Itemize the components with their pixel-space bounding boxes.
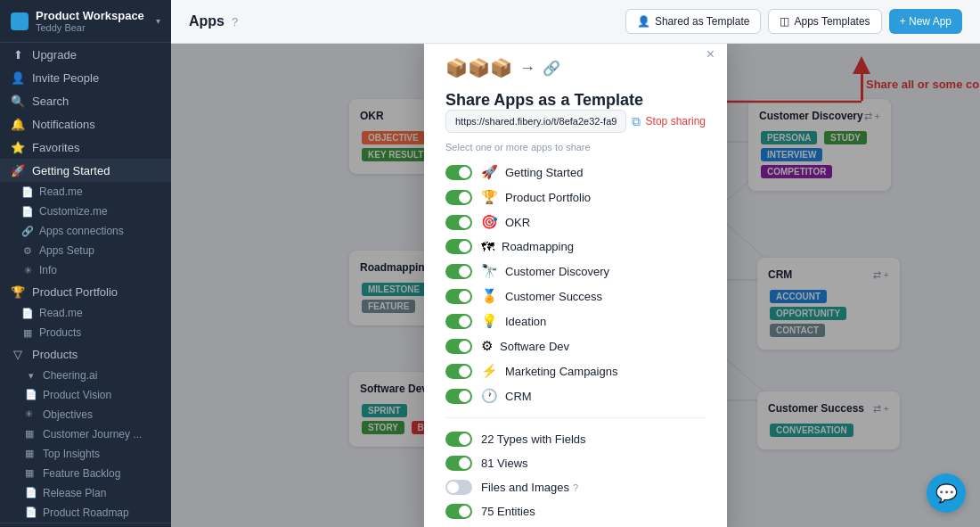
toggle-product-portfolio[interactable] (445, 190, 472, 205)
app-item-roadmapping: 🗺 Roadmapping (445, 235, 706, 259)
toggle-entities[interactable] (445, 504, 472, 519)
modal-header: 📦📦📦 → 🔗 (445, 57, 706, 78)
sidebar-sub-item-label: Apps Setup (39, 244, 94, 257)
customer-success-app-name: Customer Success (505, 290, 602, 303)
canvas: OKR ⇄ + OBJECTIVE KEY RESULT Roadmapping… (171, 44, 980, 527)
upgrade-icon: ⬆ (11, 47, 25, 62)
product-vision-icon: 📄 (25, 389, 37, 401)
new-app-label: + New App (900, 15, 951, 28)
products-tree-icon: ▽ (11, 347, 25, 361)
sidebar-item-products-tree[interactable]: ▽ Products (0, 342, 171, 366)
toggle-crm[interactable] (445, 389, 472, 404)
sidebar-sub-item-label: Products (39, 326, 81, 339)
modal-title: Share Apps as a Template (445, 91, 706, 110)
sidebar-item-top-insights[interactable]: ▦ Top Insights (0, 444, 171, 464)
sidebar-item-readme[interactable]: 📄 Read.me (0, 182, 171, 202)
top-insights-icon: ▦ (25, 448, 37, 460)
product-portfolio-icon: 🏆 (11, 284, 25, 299)
app-item-software-dev: ⚙ Software Dev (445, 333, 706, 358)
chat-bubble[interactable]: 💬 (927, 473, 966, 513)
okr-app-name: OKR (505, 216, 530, 229)
sidebar-tree-label: Top Insights (43, 448, 100, 460)
sidebar-item-label: Product Portfolio (32, 285, 160, 299)
sidebar-item-search[interactable]: 🔍 Search (0, 89, 171, 112)
views-label: 81 Views (481, 457, 528, 470)
sidebar-item-info[interactable]: ✳ Info (0, 260, 171, 280)
invite-icon: 👤 (11, 70, 25, 85)
sidebar-item-product-vision[interactable]: 📄 Product Vision (0, 385, 171, 405)
feature-backlog-icon: ▦ (25, 467, 37, 480)
toggle-types[interactable] (445, 432, 472, 447)
customer-discovery-app-name: Customer Discovery (505, 265, 609, 278)
new-app-button[interactable]: + New App (889, 9, 962, 34)
toggle-views[interactable] (445, 456, 472, 471)
getting-started-icon: 🚀 (11, 163, 25, 177)
sidebar-item-cheeringai[interactable]: ▾ Cheering.ai (0, 366, 171, 385)
app-item-customer-success: 🏅 Customer Success (445, 284, 706, 309)
option-files: Files and Images ? (445, 475, 706, 499)
toggle-customer-discovery[interactable] (445, 264, 472, 279)
modal-close-button[interactable]: × (706, 46, 715, 62)
sidebar-item-release-plan[interactable]: 📄 Release Plan (0, 483, 171, 503)
objectives-icon: ✳ (25, 408, 37, 421)
sidebar-item-label: Favorites (32, 141, 160, 154)
sidebar-bottom: ◫ Templates ⊞ Apps + New App (0, 523, 171, 527)
sidebar-item-product-roadmap[interactable]: 📄 Product Roadmap (0, 503, 171, 523)
sidebar-item-objectives[interactable]: ✳ Objectives (0, 405, 171, 424)
sidebar-tree-label: Objectives (43, 408, 93, 421)
toggle-marketing[interactable] (445, 364, 472, 379)
toggle-getting-started[interactable] (445, 165, 472, 180)
toggle-ideation[interactable] (445, 314, 472, 329)
chat-icon: 💬 (935, 482, 958, 504)
sidebar-header[interactable]: Product Workspace Teddy Bear ▾ (0, 0, 171, 43)
toggle-software-dev[interactable] (445, 339, 472, 354)
customize-icon: 📄 (21, 205, 34, 218)
sidebar-item-customize[interactable]: 📄 Customize.me (0, 202, 171, 221)
notifications-icon: 🔔 (11, 117, 25, 131)
sidebar-item-label: Notifications (32, 118, 160, 131)
shared-as-template-button[interactable]: 👤 Shared as Template (625, 9, 762, 34)
sidebar-item-getting-started[interactable]: 🚀 Getting Started (0, 159, 171, 182)
stop-sharing-button[interactable]: Stop sharing (646, 115, 706, 128)
modal-app-list: 🚀 Getting Started 🏆 Product Portfolio 🎯 … (445, 160, 706, 408)
share-modal: × 📦📦📦 → 🔗 Share Apps as a Template ⧉ Sto… (424, 44, 727, 527)
sidebar-item-product-portfolio[interactable]: 🏆 Product Portfolio (0, 280, 171, 303)
option-types: 22 Types with Fields (445, 427, 706, 451)
getting-started-app-name: Getting Started (505, 166, 583, 179)
option-entities: 75 Entities (445, 499, 706, 523)
sidebar-item-favorites[interactable]: ⭐ Favorites (0, 136, 171, 159)
copy-url-button[interactable]: ⧉ (632, 114, 641, 129)
sidebar-item-label: Search (32, 95, 160, 108)
sidebar-item-customer-journey[interactable]: ▦ Customer Journey ... (0, 424, 171, 444)
sidebar-item-apps-connections[interactable]: 🔗 Apps connections (0, 221, 171, 241)
main-header: Apps ? 👤 Shared as Template ◫ Apps Templ… (171, 0, 980, 44)
sidebar-item-label: Upgrade (32, 48, 160, 62)
sidebar-item-pp-readme[interactable]: 📄 Read.me (0, 303, 171, 323)
sidebar-item-upgrade[interactable]: ⬆ Upgrade (0, 43, 171, 66)
sidebar-item-label: Invite People (32, 71, 160, 85)
software-dev-app-icon: ⚙ (481, 338, 493, 354)
sidebar-item-products[interactable]: ▦ Products (0, 323, 171, 342)
sidebar-item-notifications[interactable]: 🔔 Notifications (0, 112, 171, 136)
url-input[interactable] (445, 110, 626, 133)
product-roadmap-icon: 📄 (25, 506, 37, 519)
product-portfolio-app-icon: 🏆 (481, 189, 498, 205)
files-help-icon[interactable]: ? (573, 482, 578, 493)
help-icon[interactable]: ? (232, 15, 238, 29)
release-plan-icon: 📄 (25, 487, 37, 499)
shared-label: Shared as Template (655, 15, 750, 28)
sidebar-item-feature-backlog[interactable]: ▦ Feature Backlog (0, 464, 171, 483)
toggle-roadmapping[interactable] (445, 239, 472, 254)
apps-templates-button[interactable]: ◫ Apps Templates (768, 9, 881, 34)
toggle-okr[interactable] (445, 215, 472, 230)
app-item-customer-discovery: 🔭 Customer Discovery (445, 259, 706, 284)
toggle-files[interactable] (445, 480, 472, 495)
roadmapping-app-icon: 🗺 (481, 239, 494, 254)
search-icon: 🔍 (11, 94, 25, 108)
toggle-customer-success[interactable] (445, 289, 472, 304)
sidebar-item-apps-setup[interactable]: ⚙ Apps Setup (0, 241, 171, 260)
workspace-name: Product Workspace (36, 9, 152, 22)
sidebar-item-invite[interactable]: 👤 Invite People (0, 66, 171, 89)
crm-app-icon: 🕐 (481, 388, 498, 404)
marketing-app-name: Marketing Campaigns (505, 365, 617, 378)
